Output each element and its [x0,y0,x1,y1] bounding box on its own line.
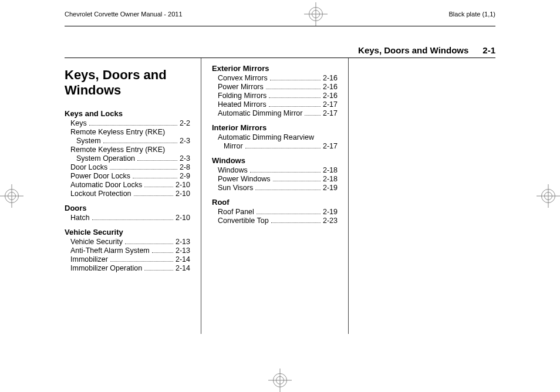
toc-column-2: Exterior MirrorsConvex Mirrors2-16Power … [201,58,349,334]
toc-entry-page: 2-16 [323,92,338,100]
toc-entry-label: Immobilizer Operation [70,264,142,272]
toc-entry: Lockout Protection2-10 [70,190,190,198]
page-content: Keys, Doors and Windows Keys and LocksKe… [65,58,495,334]
header-rule-top [65,26,495,26]
toc-entry-page: 2-14 [176,255,190,263]
toc-leader-dots [89,125,177,126]
print-header: Chevrolet Corvette Owner Manual - 2011 B… [0,0,560,26]
toc-entry-page: 2-16 [323,74,338,82]
toc-leader-dots [255,190,321,190]
manual-title: Chevrolet Corvette Owner Manual - 2011 [65,11,183,18]
toc-entry-label: Keys [70,119,87,127]
chapter-title: Keys, Doors and Windows [65,67,190,99]
toc-entry-page: 2-17 [323,109,338,117]
toc-section-heading: Vehicle Security [65,228,190,236]
toc-entry: Automatic Door Locks2-10 [70,181,190,189]
running-head: Keys, Doors and Windows 2-1 [65,45,495,55]
toc-entry: Automatic Dimming Mirror2-17 [218,109,338,117]
toc-leader-dots [270,80,321,80]
toc-leader-dots [103,143,177,143]
toc-entry-label: Vehicle Security [70,238,123,246]
toc-entry-page: 2-18 [323,175,338,183]
toc-leader-dots [273,181,321,181]
toc-entry: Keys2-2 [70,119,190,127]
toc-entry-label: Power Door Locks [70,172,130,180]
toc-entry: Anti-Theft Alarm System2-13 [70,246,190,255]
toc-section-heading: Roof [212,198,338,207]
toc-section-heading: Interior Mirrors [212,123,338,132]
toc-entry: Door Locks2-8 [70,163,190,171]
plate-info: Black plate (1,1) [449,11,495,18]
toc-leader-dots [250,172,321,173]
toc-entry-page: 2-3 [180,154,190,163]
toc-entry: Automatic Dimming Rearview [218,133,338,141]
toc-entry: Power Door Locks2-9 [70,172,190,180]
toc-entry: Hatch2-10 [70,214,190,222]
toc-entry-page: 2-10 [176,190,190,198]
toc-entry-page: 2-19 [323,184,338,192]
toc-section-heading: Exterior Mirrors [212,64,338,73]
toc-leader-dots [269,106,321,107]
toc-leader-dots [125,244,173,244]
toc-entry-page: 2-9 [180,172,190,180]
toc-leader-dots [137,160,177,161]
toc-section-heading: Keys and Locks [65,109,190,118]
toc-entry-label: Anti-Theft Alarm System [70,246,150,255]
toc-leader-dots [144,187,173,187]
toc-entry-page: 2-16 [323,83,338,91]
toc-leader-dots [134,195,173,196]
toc-entry-label: Remote Keyless Entry (RKE) [70,128,165,136]
toc-entry-label: Folding Mirrors [218,92,266,100]
toc-entry: Power Windows2-18 [218,175,338,183]
toc-entry-page: 2-14 [176,264,190,272]
toc-leader-dots [305,115,321,116]
toc-entry-label: Automatic Dimming Mirror [218,109,302,117]
toc-entry-label: Remote Keyless Entry (RKE) [70,146,165,154]
toc-entry-page: 2-19 [323,208,338,216]
toc-entry: Power Mirrors2-16 [218,83,338,91]
toc-entry: Roof Panel2-19 [218,208,338,216]
toc-column-1: Keys, Doors and Windows Keys and LocksKe… [65,58,201,334]
toc-entry-continuation: Mirror2-17 [224,142,338,150]
toc-entry-label: Automatic Door Locks [70,181,142,189]
toc-leader-dots [245,148,321,148]
toc-entry-page: 2-8 [180,163,190,171]
toc-entry-continuation: System Operation2-3 [76,154,190,163]
toc-entry-label: Mirror [224,142,243,150]
toc-entry-page: 2-18 [323,166,338,174]
toc-entry-continuation: System2-3 [76,137,190,145]
toc-entry-page: 2-10 [176,214,190,222]
toc-entry-label: Lockout Protection [70,190,131,198]
toc-entry-label: System Operation [76,154,135,163]
toc-leader-dots [144,270,173,271]
toc-entry-page: 2-13 [176,246,190,255]
toc-leader-dots [92,219,173,220]
toc-entry-label: Heated Mirrors [218,100,266,109]
registration-mark-bottom [272,372,288,388]
toc-leader-dots [133,178,177,178]
toc-entry-page: 2-13 [176,238,190,246]
toc-entry: Immobilizer Operation2-14 [70,264,190,272]
registration-mark-top [308,6,324,22]
toc-entry-page: 2-17 [323,142,338,150]
toc-entry-label: Windows [218,166,248,174]
toc-leader-dots [152,252,173,253]
toc-entry-label: Hatch [70,214,90,222]
toc-leader-dots [269,97,321,98]
toc-column-3 [349,58,495,334]
running-head-page: 2-1 [483,45,495,55]
toc-entry-label: Power Windows [218,175,271,183]
toc-entry: Remote Keyless Entry (RKE) [70,146,190,154]
toc-leader-dots [110,169,177,170]
toc-leader-dots [271,222,321,223]
toc-entry: Vehicle Security2-13 [70,238,190,246]
toc-entry-page: 2-10 [176,181,190,189]
toc-entry-label: Sun Visors [218,184,253,192]
registration-mark-left [4,188,20,204]
toc-entry: Convex Mirrors2-16 [218,74,338,82]
toc-entry: Convertible Top2-23 [218,217,338,225]
toc-entry-page: 2-2 [180,119,190,127]
toc-entry-label: Immobilizer [70,255,108,263]
toc-entry-label: Roof Panel [218,208,254,216]
toc-section-heading: Windows [212,156,338,165]
